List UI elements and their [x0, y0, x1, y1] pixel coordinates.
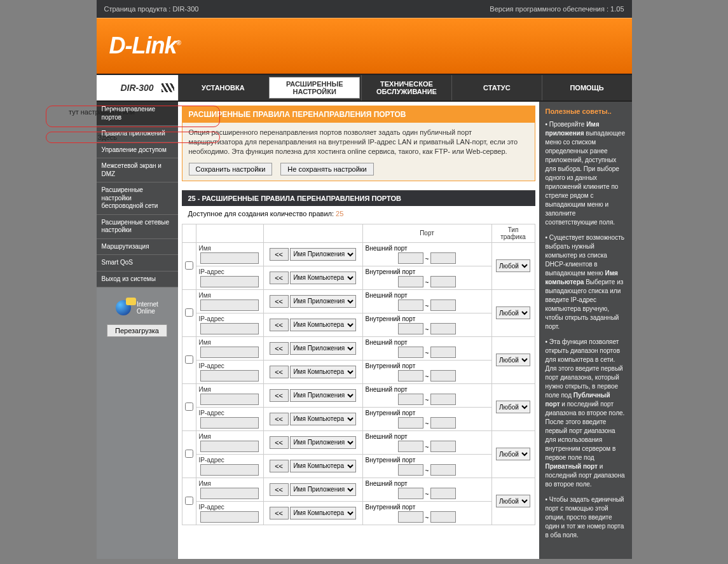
rule-enable-checkbox[interactable]: [185, 308, 193, 317]
rule-ip-input[interactable]: [200, 464, 259, 476]
computer-select[interactable]: Имя Компьютера: [290, 413, 356, 425]
int-port-from[interactable]: [398, 323, 423, 334]
nav-maintenance[interactable]: ТЕХНИЧЕСКОЕ ОБСЛУЖИВАНИЕ: [361, 75, 451, 100]
ext-port-from[interactable]: [398, 299, 423, 311]
sidebar-item-routing[interactable]: Маршрутизация: [97, 239, 178, 256]
ext-port-from[interactable]: [398, 488, 423, 499]
rule-enable-checkbox[interactable]: [185, 261, 193, 270]
int-port-to[interactable]: [430, 370, 456, 382]
int-port-from[interactable]: [398, 370, 423, 382]
internet-label: Internet: [137, 301, 158, 308]
int-port-to[interactable]: [430, 464, 456, 476]
rule-ip-input[interactable]: [200, 323, 259, 334]
rule-name-input[interactable]: [200, 394, 259, 405]
int-port-from[interactable]: [398, 417, 423, 429]
rule-name-input[interactable]: [200, 488, 259, 499]
nav-advanced[interactable]: РАСШИРЕННЫЕ НАСТРОЙКИ: [269, 77, 360, 99]
traffic-type-select[interactable]: Любой: [496, 354, 530, 366]
ext-port-from[interactable]: [398, 394, 423, 405]
int-port-label: Внутренний порт: [366, 315, 489, 322]
rule-name-input[interactable]: [200, 347, 259, 358]
int-port-from[interactable]: [398, 511, 423, 523]
tilde: ~: [425, 373, 429, 380]
copy-computer-button[interactable]: <<: [270, 460, 289, 472]
copy-app-button[interactable]: <<: [270, 295, 289, 308]
sidebar-item-network-advanced[interactable]: Расширенные сетевые настройки: [97, 215, 178, 239]
int-port-to[interactable]: [430, 276, 456, 287]
computer-select[interactable]: Имя Компьютера: [290, 507, 356, 519]
copy-app-button[interactable]: <<: [270, 483, 289, 496]
app-select[interactable]: Имя Приложения: [290, 342, 356, 355]
copy-app-button[interactable]: <<: [270, 342, 289, 355]
rule-ip-input[interactable]: [200, 511, 259, 523]
rule-enable-checkbox[interactable]: [185, 450, 193, 458]
dont-save-settings-button[interactable]: Не сохранять настройки: [280, 163, 373, 175]
ext-port-to[interactable]: [430, 488, 456, 499]
computer-select[interactable]: Имя Компьютера: [290, 272, 356, 284]
computer-select[interactable]: Имя Компьютера: [290, 460, 356, 472]
sidebar-item-access-control[interactable]: Управление доступом: [97, 142, 178, 159]
intro-box: РАСШИРЕННЫЕ ПРАВИЛА ПЕРЕНАПРАВЛЕНИЯ ПОРТ…: [182, 106, 535, 181]
save-settings-button[interactable]: Сохранить настройки: [189, 163, 273, 175]
ext-port-from[interactable]: [398, 441, 423, 452]
traffic-type-select[interactable]: Любой: [496, 401, 530, 413]
traffic-type-select[interactable]: Любой: [496, 259, 530, 272]
ip-label: IP-адрес: [199, 268, 261, 275]
rule-ip-input[interactable]: [200, 276, 259, 287]
int-port-label: Внутренний порт: [366, 504, 489, 511]
int-port-to[interactable]: [430, 417, 456, 429]
copy-app-button[interactable]: <<: [270, 389, 289, 402]
ext-port-to[interactable]: [430, 252, 456, 264]
ext-port-from[interactable]: [398, 252, 423, 264]
traffic-type-select[interactable]: Любой: [496, 448, 530, 460]
intro-text: Опция расширенного перенаправления порто…: [189, 128, 518, 155]
int-port-to[interactable]: [430, 323, 456, 334]
name-label: Имя: [199, 245, 261, 252]
ext-port-to[interactable]: [430, 441, 456, 452]
copy-app-button[interactable]: <<: [270, 436, 289, 449]
sidebar-item-logout[interactable]: Выход из системы: [97, 272, 178, 288]
copy-computer-button[interactable]: <<: [270, 366, 289, 378]
copy-computer-button[interactable]: <<: [270, 272, 289, 284]
app-select[interactable]: Имя Приложения: [290, 248, 356, 261]
tilde: ~: [425, 490, 429, 497]
nav-help[interactable]: ПОМОЩЬ: [542, 75, 632, 100]
int-port-to[interactable]: [430, 511, 456, 523]
reboot-button[interactable]: Перезагрузка: [107, 324, 167, 337]
sidebar-item-smart-qos[interactable]: Smart QoS: [97, 255, 178, 272]
sidebar-item-firewall-dmz[interactable]: Межсетевой экран и DMZ: [97, 158, 178, 182]
rules-available-count: 25: [336, 210, 343, 217]
app-select[interactable]: Имя Приложения: [290, 389, 356, 402]
sidebar-item-wireless-advanced[interactable]: Расширенные настройки беспроводной сети: [97, 182, 178, 215]
app-select[interactable]: Имя Приложения: [290, 436, 356, 449]
int-port-from[interactable]: [398, 464, 423, 476]
ext-port-to[interactable]: [430, 394, 456, 405]
ext-port-to[interactable]: [430, 347, 456, 358]
rule-name-input[interactable]: [200, 441, 259, 452]
ext-port-from[interactable]: [398, 347, 423, 358]
copy-computer-button[interactable]: <<: [270, 319, 289, 331]
app-select[interactable]: Имя Приложения: [290, 295, 356, 308]
copy-app-button[interactable]: <<: [270, 248, 289, 261]
rule-name-input[interactable]: [200, 252, 259, 264]
copy-computer-button[interactable]: <<: [270, 507, 289, 519]
rule-ip-input[interactable]: [200, 417, 259, 429]
copy-computer-button[interactable]: <<: [270, 413, 289, 425]
int-port-from[interactable]: [398, 276, 423, 287]
computer-select[interactable]: Имя Компьютера: [290, 319, 356, 331]
traffic-type-select[interactable]: Любой: [496, 495, 530, 507]
rule-enable-checkbox[interactable]: [185, 402, 193, 411]
nav-install[interactable]: УСТАНОВКА: [178, 75, 268, 100]
tilde: ~: [425, 443, 429, 450]
rule-name-input[interactable]: [200, 299, 259, 311]
rule-enable-checkbox[interactable]: [185, 497, 193, 505]
ext-port-to[interactable]: [430, 299, 456, 311]
nav-status[interactable]: СТАТУС: [451, 75, 542, 100]
int-port-label: Внутренний порт: [366, 362, 489, 369]
app-select[interactable]: Имя Приложения: [290, 483, 356, 496]
traffic-type-select[interactable]: Любой: [496, 306, 530, 319]
rule-enable-checkbox[interactable]: [185, 355, 193, 364]
ip-label: IP-адрес: [199, 409, 261, 416]
rule-ip-input[interactable]: [200, 370, 259, 382]
computer-select[interactable]: Имя Компьютера: [290, 366, 356, 378]
